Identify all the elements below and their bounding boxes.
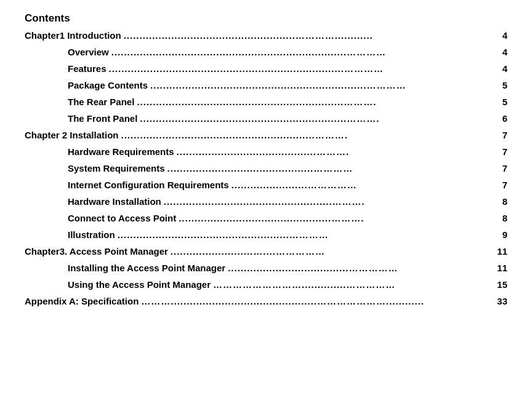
toc-page-features: 4 — [502, 62, 507, 76]
toc-entry-features: Features................................… — [25, 62, 507, 77]
toc-dots-hardware-req: ........................................… — [174, 145, 502, 160]
toc-dots-appendix: ……….....................................… — [139, 294, 497, 309]
toc-dots-hardware-install: ........................................… — [161, 194, 502, 210]
toc-label-hardware-req: Hardware Requirements — [68, 145, 174, 159]
toc-entry-chapter1: Chapter1 Introduction...................… — [25, 28, 507, 44]
page-title: Contents — [25, 12, 507, 25]
toc-entry-overview: Overview................................… — [25, 45, 507, 60]
toc-page-internet-config: 7 — [502, 178, 507, 193]
toc-label-appendix: Appendix A: Specification — [25, 294, 139, 309]
toc-page-hardware-req: 7 — [502, 145, 507, 159]
toc-dots-features: ........................................… — [107, 62, 502, 77]
toc-label-illustration: Illustration — [68, 228, 115, 242]
toc-dots-overview: ........................................… — [109, 45, 502, 60]
toc-dots-system-req: ........................................… — [165, 161, 502, 177]
toc-page-chapter3: 11 — [497, 244, 507, 259]
toc-entry-system-req: System Requirements.....................… — [25, 161, 507, 177]
toc-label-chapter3: Chapter3. Access Point Manager — [25, 244, 168, 259]
toc-entry-chapter2: Chapter 2 Installation..................… — [25, 128, 507, 143]
toc-page-system-req: 7 — [502, 161, 507, 176]
toc-label-overview: Overview — [68, 45, 109, 60]
toc-label-system-req: System Requirements — [68, 161, 165, 176]
toc-entry-hardware-req: Hardware Requirements...................… — [25, 145, 507, 160]
toc-entry-hardware-install: Hardware Installation...................… — [25, 194, 507, 210]
toc-page-connect-ap: 8 — [502, 211, 507, 226]
toc-page-overview: 4 — [502, 45, 507, 60]
toc-page-illustration: 9 — [502, 228, 507, 242]
toc-label-package-contents: Package Contents — [68, 78, 148, 93]
toc-label-connect-ap: Connect to Access Point — [68, 211, 176, 226]
toc-dots-rear-panel: ........................................… — [134, 95, 502, 110]
toc-dots-front-panel: ........................................… — [137, 111, 502, 127]
toc-label-internet-config: Internet Configuration Requirements — [68, 178, 229, 193]
toc-page-installing-ap: 11 — [497, 261, 507, 276]
toc-label-rear-panel: The Rear Panel — [68, 95, 134, 109]
toc-page-appendix: 33 — [497, 294, 507, 309]
toc-label-front-panel: The Front Panel — [68, 111, 137, 126]
toc-label-hardware-install: Hardware Installation — [68, 194, 161, 209]
toc-page-rear-panel: 5 — [502, 95, 507, 109]
toc-entry-connect-ap: Connect to Access Point.................… — [25, 211, 507, 226]
toc-entry-appendix: Appendix A: Specification………............… — [25, 294, 507, 309]
toc-list: Chapter1 Introduction...................… — [25, 28, 507, 309]
toc-dots-chapter1: ........................................… — [121, 28, 502, 44]
toc-dots-internet-config: ........................…………… — [229, 178, 502, 193]
toc-page-chapter1: 4 — [502, 28, 507, 43]
toc-entry-package-contents: Package Contents........................… — [25, 78, 507, 94]
toc-dots-chapter2: ........................................… — [119, 128, 502, 143]
toc-dots-chapter3: ..........................…....…………… — [168, 244, 497, 260]
toc-entry-installing-ap: Installing the Access Point Manager.....… — [25, 261, 507, 276]
toc-dots-package-contents: ........................................… — [148, 78, 502, 94]
toc-label-chapter1: Chapter1 Introduction — [25, 28, 121, 43]
page-container: Contents Chapter1 Introduction..........… — [25, 12, 507, 309]
toc-entry-front-panel: The Front Panel.........................… — [25, 111, 507, 127]
toc-page-using-ap: 15 — [497, 277, 507, 292]
toc-label-chapter2: Chapter 2 Installation — [25, 128, 119, 143]
toc-entry-using-ap: Using the Access Point Manager……………………….… — [25, 277, 507, 293]
toc-label-features: Features — [68, 62, 107, 76]
toc-page-package-contents: 5 — [502, 78, 507, 93]
toc-page-front-panel: 6 — [502, 111, 507, 126]
toc-page-chapter2: 7 — [502, 128, 507, 143]
toc-label-using-ap: Using the Access Point Manager — [68, 277, 211, 292]
toc-label-installing-ap: Installing the Access Point Manager — [68, 261, 225, 276]
toc-entry-illustration: Illustration............................… — [25, 228, 507, 243]
toc-entry-internet-config: Internet Configuration Requirements.....… — [25, 178, 507, 193]
toc-dots-using-ap: ………………………..............…………… — [211, 277, 497, 293]
toc-dots-illustration: ........................................… — [115, 228, 502, 243]
toc-entry-chapter3: Chapter3. Access Point Manager..........… — [25, 244, 507, 260]
toc-page-hardware-install: 8 — [502, 194, 507, 209]
toc-dots-connect-ap: ........................................… — [176, 211, 502, 226]
toc-entry-rear-panel: The Rear Panel..........................… — [25, 95, 507, 110]
toc-dots-installing-ap: ......................................……… — [225, 261, 497, 276]
